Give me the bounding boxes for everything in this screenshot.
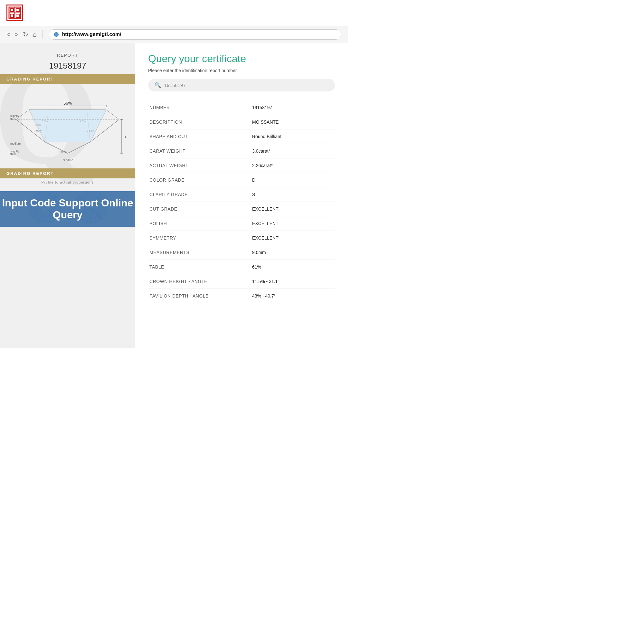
table-cell-value: 61% [251, 260, 335, 274]
home-button[interactable]: ⌂ [33, 31, 37, 38]
grading-banner-bottom: GRADING REPORT [0, 168, 135, 178]
logo-bar [0, 0, 348, 26]
diamond-svg: 56% 60.7% slightly thick medium slightly… [6, 90, 129, 155]
right-panel: Query your certificate Please enter the … [135, 43, 348, 348]
table-row: COLOR GRADE D [148, 173, 335, 187]
back-button[interactable]: < [6, 31, 10, 38]
table-cell-value: 43% - 40.7° [251, 289, 335, 303]
svg-text:thick: thick [10, 152, 16, 155]
reload-button[interactable]: ↻ [23, 31, 28, 38]
ssl-icon [54, 32, 59, 37]
proportion-label: Profile to actual proportions [0, 178, 135, 186]
table-cell-label: MEASUREMENTS [148, 245, 251, 260]
table-row: NUMBER 19158197 [148, 100, 335, 115]
table-cell-label: NUMBER [148, 100, 251, 115]
table-row: MEASUREMENTS 9.0mm [148, 245, 335, 260]
search-input[interactable] [164, 82, 328, 88]
svg-text:41.0°: 41.0° [87, 130, 94, 133]
table-cell-label: TABLE [148, 260, 251, 274]
svg-line-14 [68, 142, 90, 153]
data-table: NUMBER 19158197 DESCRIPTION MOISSANTE SH… [148, 100, 335, 303]
grading-banner-top: GRADING REPORT [0, 74, 135, 84]
table-row: SYMMETRY EXCELLENT [148, 231, 335, 245]
query-title: Query your certificate [148, 53, 335, 65]
blue-overlay-banner: Input Code Support Online Query [0, 191, 135, 227]
table-row: POLISH EXCELLENT [148, 216, 335, 231]
forward-button[interactable]: > [15, 31, 19, 38]
svg-text:35.0°: 35.0° [35, 130, 43, 133]
table-cell-label: POLISH [148, 216, 251, 231]
table-row: CUT GRADE EXCELLENT [148, 202, 335, 216]
browser-bar: < > ↻ ⌂ http://www.gemigti.com/ [0, 26, 348, 43]
svg-line-10 [106, 110, 119, 119]
table-row: DESCRIPTION MOISSANTE [148, 115, 335, 129]
table-row: SHAPE AND CUT Round Brilliant [148, 129, 335, 144]
cert-number: 19158197 [0, 60, 135, 74]
table-cell-value: MOISSANTE [251, 115, 335, 129]
svg-rect-5 [10, 14, 14, 17]
table-cell-value: D [251, 173, 335, 187]
table-cell-label: SYMMETRY [148, 231, 251, 245]
svg-text:slightly: slightly [10, 114, 19, 118]
table-cell-value: 11.5% - 31.1° [251, 274, 335, 289]
svg-text:3.5%: 3.5% [42, 120, 48, 123]
search-bar[interactable]: 🔍 [148, 79, 335, 91]
table-row: ACTUAL WEIGHT 2.26carat* [148, 158, 335, 173]
table-cell-value: EXCELLENT [251, 202, 335, 216]
profile-label: Profile [6, 158, 129, 162]
table-cell-label: COLOR GRADE [148, 173, 251, 187]
table-cell-label: SHAPE AND CUT [148, 129, 251, 144]
svg-text:56%: 56% [63, 101, 72, 106]
overlay-text: Input Code Support Online Query [2, 197, 133, 221]
table-cell-value: EXCELLENT [251, 216, 335, 231]
table-row: PAVILION DEPTH - ANGLE 43% - 40.7° [148, 289, 335, 303]
report-label: REPORT [0, 43, 135, 60]
table-cell-value: 3.0carat* [251, 144, 335, 158]
svg-text:none: none [60, 150, 66, 153]
svg-text:60.7%: 60.7% [125, 135, 126, 139]
logo-icon [6, 5, 23, 21]
table-cell-label: CARAT WEIGHT [148, 144, 251, 158]
table-row: TABLE 61% [148, 260, 335, 274]
table-row: CARAT WEIGHT 3.0carat* [148, 144, 335, 158]
svg-rect-6 [16, 14, 19, 17]
table-cell-label: CUT GRADE [148, 202, 251, 216]
table-cell-value: EXCELLENT [251, 231, 335, 245]
svg-text:50%: 50% [35, 123, 41, 127]
table-row: CROWN HEIGHT - ANGLE 11.5% - 31.1° [148, 274, 335, 289]
table-cell-label: CLARITY GRADE [148, 187, 251, 202]
table-cell-value: S [251, 187, 335, 202]
url-text: http://www.gemigti.com/ [62, 32, 121, 37]
svg-rect-3 [10, 8, 14, 12]
left-panel: Q REPORT 19158197 GRADING REPORT [0, 43, 135, 348]
table-cell-label: PAVILION DEPTH - ANGLE [148, 289, 251, 303]
table-cell-value: 19158197 [251, 100, 335, 115]
svg-text:2.5%: 2.5% [80, 120, 86, 123]
table-cell-value: 2.26carat* [251, 158, 335, 173]
table-cell-label: CROWN HEIGHT - ANGLE [148, 274, 251, 289]
diamond-diagram: 56% 60.7% slightly thick medium slightly… [0, 84, 135, 165]
table-cell-value: Round Brilliant [251, 129, 335, 144]
table-row: CLARITY GRADE S [148, 187, 335, 202]
svg-rect-4 [16, 8, 19, 12]
query-subtitle: Please enter the identification report n… [148, 68, 335, 73]
search-icon: 🔍 [155, 82, 161, 88]
table-cell-label: DESCRIPTION [148, 115, 251, 129]
url-bar[interactable]: http://www.gemigti.com/ [49, 29, 341, 40]
svg-text:thick: thick [10, 118, 16, 121]
main-content: Q REPORT 19158197 GRADING REPORT [0, 43, 348, 348]
table-cell-label: ACTUAL WEIGHT [148, 158, 251, 173]
svg-text:medium: medium [10, 142, 21, 145]
table-cell-value: 9.0mm [251, 245, 335, 260]
